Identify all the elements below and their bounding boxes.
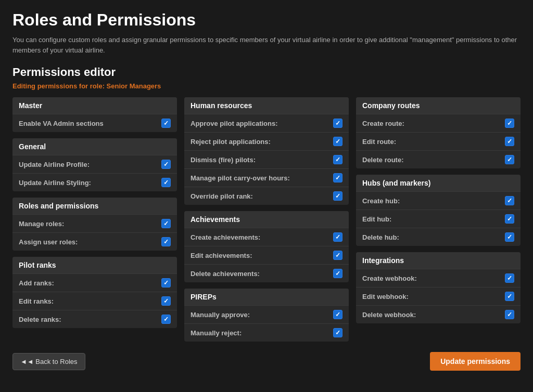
- permission-row: Delete achievements:: [184, 264, 349, 282]
- permission-row: Edit route:: [356, 132, 521, 150]
- permission-row: Approve pilot applications:: [184, 114, 349, 132]
- column-2: Company routesCreate route:Edit route:De…: [356, 97, 521, 323]
- column-1: Human resourcesApprove pilot application…: [184, 97, 349, 342]
- permission-checkbox[interactable]: [505, 273, 514, 283]
- permission-checkbox[interactable]: [505, 214, 514, 224]
- permission-label: Enable VA Admin sections: [19, 120, 104, 127]
- permission-label: Edit hub:: [362, 215, 391, 223]
- section-pireps: PIREPsManually approve:Manually reject:: [184, 289, 349, 342]
- section-title: Permissions editor: [12, 66, 521, 79]
- permission-label: Dismiss (fire) pilots:: [191, 156, 256, 164]
- section-header-master: Master: [12, 97, 177, 114]
- section-master: MasterEnable VA Admin sections: [12, 97, 177, 132]
- permission-row: Reject pilot applications:: [184, 132, 349, 150]
- permission-checkbox[interactable]: [161, 315, 171, 324]
- columns-container: MasterEnable VA Admin sectionsGeneralUpd…: [12, 97, 521, 342]
- permission-checkbox[interactable]: [333, 119, 342, 128]
- page-description: You can configure custom roles and assig…: [12, 35, 521, 55]
- permission-label: Edit webhook:: [362, 293, 409, 300]
- permission-label: Create webhook:: [362, 275, 417, 282]
- permission-row: Edit webhook:: [356, 287, 521, 305]
- section-achievements: AchievementsCreate achievements:Edit ach…: [184, 211, 349, 282]
- permission-row: Delete ranks:: [12, 310, 177, 328]
- section-hubs: Hubs (and markers)Create hub:Edit hub:De…: [356, 175, 521, 246]
- permission-checkbox[interactable]: [161, 237, 171, 246]
- section-header-pireps: PIREPs: [184, 289, 349, 305]
- permission-row: Assign user roles:: [12, 232, 177, 251]
- permission-row: Create webhook:: [356, 269, 521, 287]
- permission-checkbox[interactable]: [505, 137, 514, 146]
- permission-checkbox[interactable]: [333, 328, 342, 337]
- section-header-pilot-ranks: Pilot ranks: [12, 257, 177, 273]
- section-header-company-routes: Company routes: [356, 97, 521, 114]
- section-header-integrations: Integrations: [356, 252, 521, 269]
- permission-label: Manage pilot carry-over hours:: [191, 174, 290, 182]
- permission-checkbox[interactable]: [505, 292, 514, 301]
- permission-label: Add ranks:: [19, 279, 54, 287]
- editing-role-label: Editing permissions for role: Senior Man…: [12, 82, 521, 90]
- permission-label: Manually approve:: [191, 311, 250, 319]
- permission-label: Delete webhook:: [362, 311, 416, 319]
- section-header-general: General: [12, 138, 177, 155]
- permission-checkbox[interactable]: [161, 278, 171, 288]
- section-header-achievements: Achievements: [184, 211, 349, 228]
- permission-row: Manage pilot carry-over hours:: [184, 168, 349, 187]
- permission-checkbox[interactable]: [505, 196, 514, 205]
- permission-checkbox[interactable]: [161, 160, 171, 169]
- permission-checkbox[interactable]: [505, 155, 514, 164]
- permission-row: Delete webhook:: [356, 305, 521, 323]
- permission-checkbox[interactable]: [333, 173, 342, 182]
- section-integrations: IntegrationsCreate webhook:Edit webhook:…: [356, 252, 521, 323]
- permission-checkbox[interactable]: [161, 178, 171, 187]
- section-pilot-ranks: Pilot ranksAdd ranks:Edit ranks:Delete r…: [12, 257, 177, 328]
- permission-checkbox[interactable]: [161, 119, 171, 128]
- permission-label: Edit ranks:: [19, 297, 54, 305]
- permission-row: Manage roles:: [12, 214, 177, 232]
- section-header-human-resources: Human resources: [184, 97, 349, 114]
- permission-label: Create achievements:: [191, 233, 260, 241]
- permission-checkbox[interactable]: [505, 119, 514, 128]
- permission-row: Manually approve:: [184, 305, 349, 323]
- permission-label: Manage roles:: [19, 220, 64, 228]
- permission-checkbox[interactable]: [161, 219, 171, 228]
- permission-checkbox[interactable]: [333, 155, 342, 164]
- permission-checkbox[interactable]: [505, 232, 514, 242]
- section-company-routes: Company routesCreate route:Edit route:De…: [356, 97, 521, 168]
- permission-row: Edit hub:: [356, 210, 521, 228]
- permission-row: Override pilot rank:: [184, 187, 349, 205]
- permission-row: Delete route:: [356, 150, 521, 168]
- section-general: GeneralUpdate Airline Profile:Update Air…: [12, 138, 177, 191]
- permission-row: Create hub:: [356, 191, 521, 210]
- permission-checkbox[interactable]: [333, 269, 342, 278]
- permission-checkbox[interactable]: [505, 310, 514, 319]
- permission-label: Reject pilot applications:: [191, 138, 271, 146]
- permission-checkbox[interactable]: [333, 310, 342, 319]
- back-to-roles-button[interactable]: ◄◄ Back to Roles: [12, 353, 85, 370]
- permission-row: Edit ranks:: [12, 292, 177, 310]
- section-header-roles-permissions: Roles and permissions: [12, 198, 177, 214]
- permission-label: Delete ranks:: [19, 316, 61, 323]
- section-human-resources: Human resourcesApprove pilot application…: [184, 97, 349, 205]
- permission-checkbox[interactable]: [333, 191, 342, 201]
- permission-label: Update Airline Styling:: [19, 179, 91, 187]
- permission-row: Create achievements:: [184, 228, 349, 246]
- permission-checkbox[interactable]: [333, 137, 342, 146]
- permission-label: Create hub:: [362, 197, 400, 205]
- permission-row: Edit achievements:: [184, 246, 349, 264]
- section-header-hubs: Hubs (and markers): [356, 175, 521, 191]
- permission-row: Update Airline Profile:: [12, 155, 177, 173]
- permission-row: Delete hub:: [356, 228, 521, 246]
- permission-label: Create route:: [362, 120, 404, 127]
- permission-checkbox[interactable]: [161, 296, 171, 306]
- permission-label: Assign user roles:: [19, 238, 78, 246]
- section-roles-permissions: Roles and permissionsManage roles:Assign…: [12, 198, 177, 251]
- update-permissions-button[interactable]: Update permissions: [430, 352, 521, 371]
- permission-label: Manually reject:: [191, 329, 242, 337]
- permission-row: Add ranks:: [12, 273, 177, 292]
- permission-row: Create route:: [356, 114, 521, 132]
- role-name: Senior Managers: [107, 82, 161, 90]
- permission-label: Delete hub:: [362, 233, 399, 241]
- permission-row: Enable VA Admin sections: [12, 114, 177, 132]
- permission-checkbox[interactable]: [333, 251, 342, 260]
- permission-checkbox[interactable]: [333, 232, 342, 242]
